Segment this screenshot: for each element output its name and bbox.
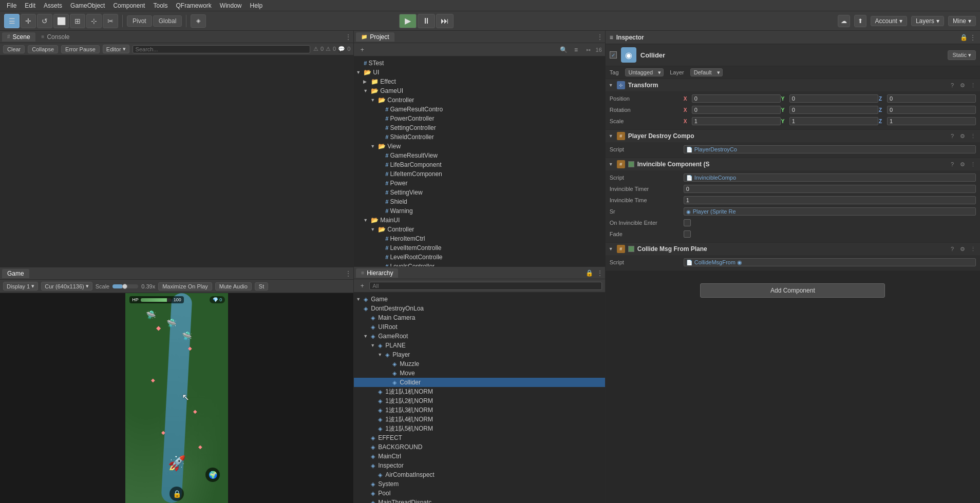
project-branch-icon[interactable]: ⑅ xyxy=(583,45,594,55)
project-tree-item-mainui[interactable]: ▼📂MainUI xyxy=(354,216,605,225)
menu-tools[interactable]: Tools xyxy=(149,1,171,10)
project-tree-item-levelsctrl[interactable]: #LevelsController xyxy=(354,262,605,266)
menu-gameobject[interactable]: GameObject xyxy=(67,1,108,10)
stats-button[interactable]: St xyxy=(255,282,268,291)
hier-tree-item-player[interactable]: ▼◈Player xyxy=(354,350,605,359)
tab-project[interactable]: 📁 Project xyxy=(356,32,394,42)
inv-timer-input[interactable] xyxy=(684,185,976,193)
step-button[interactable]: ⏭ xyxy=(436,14,454,28)
layers-dropdown[interactable]: Layers ▾ xyxy=(911,16,944,26)
transform-tool[interactable]: ⊹ xyxy=(86,14,102,28)
menu-help[interactable]: Help xyxy=(247,1,267,10)
project-tree-item-power[interactable]: #Power xyxy=(354,179,605,188)
player-destroy-more-btn[interactable]: ⋮ xyxy=(969,132,977,140)
project-tree-item-lifebarcomp[interactable]: #LifeBarComponent xyxy=(354,160,605,169)
hier-tree-item-muzzle[interactable]: ◈Muzzle xyxy=(354,359,605,369)
project-tree-item-stest[interactable]: #STest xyxy=(354,59,605,68)
hier-tree-item-mainthreaddispatch[interactable]: ◈MainThreadDispatc xyxy=(354,498,605,503)
invincible-settings-btn[interactable]: ⚙ xyxy=(958,160,967,168)
hier-tree-item-dontdestroy[interactable]: ◈DontDestroyOnLoa xyxy=(354,304,605,313)
scene-search-input[interactable] xyxy=(133,45,310,53)
extra-tool-btn[interactable]: ◈ xyxy=(191,14,206,28)
player-destroy-settings-btn[interactable]: ⚙ xyxy=(958,132,967,140)
project-filter-icon[interactable]: ≡ xyxy=(571,45,581,55)
hier-tree-item-wave1p1[interactable]: ◈1波1队1机NORM xyxy=(354,387,605,396)
scale-x-input[interactable] xyxy=(692,117,781,125)
project-tree-item-levelrootctrl[interactable]: #LevelRootControlle xyxy=(354,253,605,262)
hier-search-input[interactable] xyxy=(369,282,601,290)
menu-qframework[interactable]: QFramework xyxy=(172,1,215,10)
rotate-tool[interactable]: ↺ xyxy=(37,14,52,28)
hier-tree-item-game[interactable]: ▼◈Game xyxy=(354,295,605,304)
collide-msg-help-btn[interactable]: ? xyxy=(948,245,956,253)
static-button[interactable]: Static ▾ xyxy=(948,50,976,60)
project-tree-item-gameui[interactable]: ▼📂GameUI xyxy=(354,86,605,95)
inv-enter-checkbox[interactable] xyxy=(684,219,691,226)
object-enabled-checkbox[interactable] xyxy=(610,51,617,59)
hier-tree-item-inspector[interactable]: ◈Inspector xyxy=(354,461,605,470)
inspector-lock-icon[interactable]: 🔒 xyxy=(960,34,968,41)
hier-tree-item-wave1p3[interactable]: ◈1波1队3机NORM xyxy=(354,405,605,415)
project-tree-item-heroitemctrl[interactable]: #HeroItemCtrl xyxy=(354,234,605,243)
invincible-help-btn[interactable]: ? xyxy=(948,160,956,168)
pivot-button[interactable]: Pivot xyxy=(127,15,152,27)
hier-tree-item-mainctrl[interactable]: ◈MainCtrl xyxy=(354,452,605,461)
project-tree-item-controller2[interactable]: ▼📂Controller xyxy=(354,225,605,234)
project-tree-item-shieldctrl[interactable]: #ShieldController xyxy=(354,132,605,142)
menu-component[interactable]: Component xyxy=(109,1,148,10)
collapse-button[interactable]: Collapse xyxy=(28,45,58,53)
maximize-on-play-button[interactable]: Maximize On Play xyxy=(158,282,212,291)
collide-msg-header[interactable]: ▼ # Collide Msg From Plane ? ⚙ ⋮ xyxy=(606,243,980,255)
rect-tool[interactable]: ⊞ xyxy=(70,14,85,28)
player-destroy-help-btn[interactable]: ? xyxy=(948,132,956,140)
project-tree-item-lifeitemcomp[interactable]: #LifeItemComponen xyxy=(354,169,605,179)
project-panel-menu[interactable]: ⋮ xyxy=(597,33,603,41)
project-tree-item-view[interactable]: ▼📂View xyxy=(354,142,605,151)
player-destroy-header[interactable]: ▼ # Player Destroy Compo ? ⚙ ⋮ xyxy=(606,130,980,142)
tab-hierarchy[interactable]: ≡ Hierarchy xyxy=(356,268,398,278)
inv-fade-checkbox[interactable] xyxy=(684,230,691,238)
hier-tree-item-system[interactable]: ◈System xyxy=(354,479,605,489)
menu-window[interactable]: Window xyxy=(216,1,246,10)
menu-assets[interactable]: Assets xyxy=(40,1,66,10)
project-tree-item-shield[interactable]: #Shield xyxy=(354,197,605,206)
scale-tool[interactable]: ⬜ xyxy=(53,14,69,28)
project-tree-item-effect[interactable]: ▶📁Effect xyxy=(354,77,605,86)
project-tree-item-settingview[interactable]: #SettingView xyxy=(354,188,605,197)
hand-tool[interactable]: ☰ xyxy=(4,14,20,28)
pause-button[interactable]: ⏸ xyxy=(418,14,435,28)
hier-tree-item-collider[interactable]: ◈Collider xyxy=(354,378,605,387)
hier-tree-item-wave1p2[interactable]: ◈1波1队2机NORM xyxy=(354,396,605,405)
editor-dropdown[interactable]: Editor ▾ xyxy=(103,45,129,53)
custom-tool[interactable]: ✂ xyxy=(103,14,118,28)
display-dropdown[interactable]: Display 1 ▾ xyxy=(3,282,38,291)
hier-tree-item-wave1p5[interactable]: ◈1波1队5机NORM xyxy=(354,424,605,433)
hier-lock-icon[interactable]: 🔒 xyxy=(585,268,595,278)
project-tree-item-gameresultview[interactable]: #GameResultView xyxy=(354,151,605,160)
play-button[interactable]: ▶ xyxy=(399,14,417,28)
hier-tree-item-wave1p4[interactable]: ◈1波1队4机NORM xyxy=(354,415,605,424)
scale-z-input[interactable] xyxy=(887,117,976,125)
transform-settings-btn[interactable]: ⚙ xyxy=(958,81,967,89)
transform-help-btn[interactable]: ? xyxy=(948,81,956,89)
project-search-icon[interactable]: 🔍 xyxy=(559,45,569,55)
hier-tree-item-plane[interactable]: ▼◈PLANE xyxy=(354,341,605,350)
transform-header[interactable]: ▼ ⊹ Transform ? ⚙ ⋮ xyxy=(606,79,980,91)
hier-tree-item-maincamera[interactable]: ◈Main Camera xyxy=(354,313,605,322)
rot-y-input[interactable] xyxy=(789,106,878,114)
pos-z-input[interactable] xyxy=(887,94,976,103)
inv-script-ref[interactable]: 📄 InvincibleCompo xyxy=(684,173,976,182)
transform-more-btn[interactable]: ⋮ xyxy=(969,81,977,89)
project-tree-item-warning[interactable]: #Warning xyxy=(354,206,605,216)
inv-sr-ref[interactable]: ◉ Player (Sprite Re xyxy=(684,207,976,216)
clear-button[interactable]: Clear xyxy=(3,45,25,53)
tab-scene[interactable]: # Scene xyxy=(2,32,35,42)
invincible-more-btn[interactable]: ⋮ xyxy=(969,160,977,168)
collide-msg-enabled-checkbox[interactable] xyxy=(628,246,634,252)
layer-dropdown[interactable]: Default ▾ xyxy=(690,68,723,76)
hier-add-btn[interactable]: + xyxy=(357,281,367,291)
hier-tree-item-move[interactable]: ◈Move xyxy=(354,369,605,378)
menu-file[interactable]: File xyxy=(3,1,20,10)
hier-panel-menu[interactable]: ⋮ xyxy=(597,269,603,277)
tab-console[interactable]: ≡ Console xyxy=(36,32,75,42)
